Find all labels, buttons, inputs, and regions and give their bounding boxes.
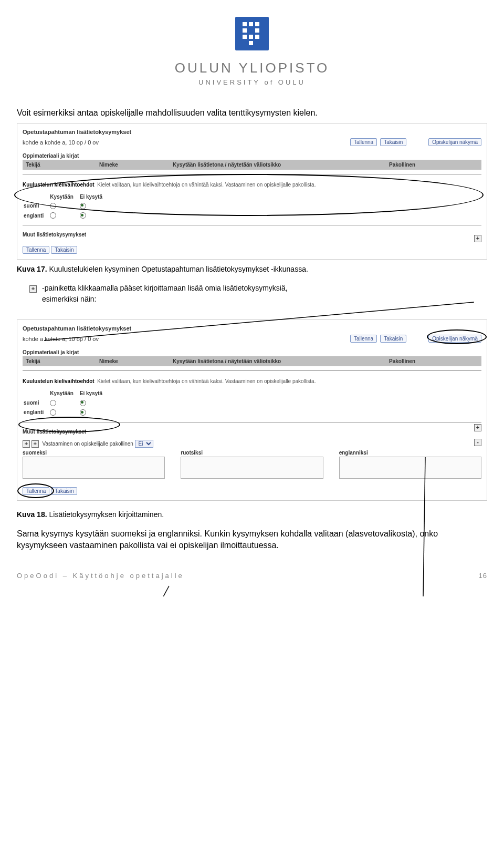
- lbl-ruotsiksi: ruotsiksi: [181, 450, 323, 457]
- figure-caption-17: Kuva 17. Kuulustelukielen kysyminen Opet…: [17, 265, 487, 273]
- textarea-suomeksi[interactable]: [23, 457, 165, 479]
- kuulu-note-text-2: Kielet valitaan, kun kielivaihtoehtoja o…: [97, 378, 316, 384]
- th-nimeke-2: Nimeke: [99, 358, 173, 364]
- radio-suomi-kysytaan-2[interactable]: [50, 400, 56, 406]
- lang-row-suomi: suomi: [24, 202, 49, 210]
- kuulu-label: Kuulustelun kielivaihtoehdot: [23, 182, 94, 188]
- kuulu-note-text: Kielet valitaan, kun kielivaihtoehtoja o…: [97, 182, 316, 188]
- plus-icon-inline: +: [29, 285, 37, 293]
- radio-eng-eikysyta-2[interactable]: [80, 409, 86, 416]
- hdr-eikysyta: Ei kysytä: [80, 193, 108, 201]
- kuulustelu-note-2: Kuulustelun kielivaihtoehdot Kielet vali…: [23, 375, 481, 386]
- th-tekija-2: Tekijä: [26, 358, 99, 364]
- muut-lisatieto-label-2: Muut lisätietokysymykset: [23, 427, 481, 436]
- plus-small-a[interactable]: +: [23, 440, 30, 448]
- th-pakollinen-2: Pakollinen: [389, 358, 478, 364]
- plus-paragraph: + -painiketta klikkaamalla pääset kirjoi…: [17, 283, 487, 305]
- hdr-kysytaan-2: Kysytään: [50, 389, 78, 397]
- table-header-row: Tekijä Nimeke Kysytään lisätietona / näy…: [23, 160, 481, 170]
- lang-row-englanti-2: englanti: [24, 408, 49, 417]
- shot2-heading: Opetustapahtuman lisätietokysymykset: [23, 324, 481, 336]
- radio-eng-eikysyta[interactable]: [80, 212, 86, 219]
- shot2-sub-text: kohde a kohde a, 10 op / 0 ov: [23, 336, 99, 342]
- radio-suomi-kysytaan[interactable]: [50, 203, 56, 209]
- opiskelijan-nakyma-button-2[interactable]: Opiskelijan näkymä: [428, 335, 481, 343]
- shot1-sub-text: kohde a kohde a, 10 op / 0 ov: [23, 139, 99, 146]
- svg-line-1: [111, 586, 169, 596]
- tallenna-button-bottom[interactable]: Tallenna: [23, 246, 49, 254]
- th-pakollinen: Pakollinen: [389, 162, 478, 168]
- textarea-ruotsiksi[interactable]: [181, 457, 323, 479]
- oppimateriaali-label-2: Oppimateriaali ja kirjat: [23, 347, 481, 356]
- intro-paragraph: Voit esimerkiksi antaa opiskelijalle mah…: [17, 107, 487, 119]
- oppimateriaali-label: Oppimateriaali ja kirjat: [23, 151, 481, 160]
- logo-mark: [235, 17, 269, 50]
- caption17-label: Kuva 17.: [17, 265, 47, 273]
- hdr-eikysyta-2: Ei kysytä: [80, 389, 108, 397]
- plus-button[interactable]: +: [474, 235, 481, 242]
- kuulustelu-note: Kuulustelun kielivaihtoehdot Kielet vali…: [23, 179, 481, 190]
- language-radio-table-2: Kysytään Ei kysytä suomi englanti: [23, 388, 109, 418]
- takaisin-button[interactable]: Takaisin: [380, 138, 406, 146]
- th-tekija: Tekijä: [26, 162, 99, 168]
- th-kysytaan-2: Kysytään lisätietona / näytetään väliots…: [173, 358, 389, 364]
- shot1-heading: Opetustapahtuman lisätietokysymykset: [23, 128, 481, 139]
- lang-row-englanti: englanti: [24, 211, 49, 220]
- hdr-kysytaan: Kysytään: [50, 193, 78, 201]
- kuulu-label-2: Kuulustelun kielivaihtoehdot: [23, 378, 94, 384]
- plus-para-line2: esimerkiksi näin:: [42, 294, 288, 305]
- language-radio-table: Kysytään Ei kysytä suomi englanti: [23, 192, 109, 221]
- minus-button-2[interactable]: -: [474, 439, 481, 446]
- figure-caption-18: Kuva 18. Lisätietokysymyksen kirjoittami…: [17, 510, 487, 519]
- closing-paragraph: Sama kysymys kysytään suomeksi ja englan…: [17, 528, 487, 551]
- logo-subtitle: UNIVERSITY of OULU: [17, 78, 487, 86]
- lbl-suomeksi: suomeksi: [23, 450, 165, 457]
- caption18-label: Kuva 18.: [17, 510, 47, 519]
- footer-left: OpeOodi – Käyttöohje opettajalle: [17, 572, 184, 580]
- muut-lisatieto-label: Muut lisätietokysymykset: [23, 230, 481, 239]
- radio-eng-kysytaan[interactable]: [50, 212, 56, 219]
- tallenna-button-2[interactable]: Tallenna: [350, 335, 377, 343]
- lbl-englanniksi: englanniksi: [339, 450, 481, 457]
- vast-line: Vastaaminen on opiskelijalle pakollinen: [40, 441, 133, 447]
- table-header-row-2: Tekijä Nimeke Kysytään lisätietona / näy…: [23, 356, 481, 366]
- radio-eng-kysytaan-2[interactable]: [50, 409, 56, 416]
- radio-suomi-eikysyta[interactable]: [80, 203, 86, 209]
- lang-row-suomi-2: suomi: [24, 398, 49, 407]
- tallenna-button-2b[interactable]: Tallenna: [23, 487, 49, 495]
- takaisin-button-2[interactable]: Takaisin: [380, 335, 406, 343]
- th-nimeke: Nimeke: [99, 162, 173, 168]
- plus-small-b[interactable]: +: [32, 440, 39, 448]
- page-number: 16: [479, 572, 487, 580]
- textarea-englanniksi[interactable]: [339, 457, 481, 479]
- page-footer: OpeOodi – Käyttöohje opettajalle 16: [17, 572, 487, 580]
- th-kysytaan: Kysytään lisätietona / näytetään väliots…: [173, 162, 389, 168]
- takaisin-button-2b[interactable]: Takaisin: [51, 487, 77, 495]
- caption18-text: Lisätietokysymyksen kirjoittaminen.: [47, 510, 164, 519]
- caption17-text: Kuulustelukielen kysyminen Opetustapahtu…: [47, 265, 308, 273]
- radio-suomi-eikysyta-2[interactable]: [80, 400, 86, 406]
- screenshot-1: Opetustapahtuman lisätietokysymykset koh…: [17, 123, 487, 260]
- tallenna-button[interactable]: Tallenna: [350, 138, 377, 146]
- pakollinen-select[interactable]: Ei: [135, 440, 153, 448]
- university-logo-block: OULUN YLIOPISTO UNIVERSITY of OULU: [17, 17, 487, 86]
- plus-para-line1: -painiketta klikkaamalla pääset kirjoitt…: [42, 283, 288, 294]
- screenshot-2: Opetustapahtuman lisätietokysymykset koh…: [17, 319, 487, 501]
- takaisin-button-bottom[interactable]: Takaisin: [51, 246, 77, 254]
- opiskelijan-nakyma-button[interactable]: Opiskelijan näkymä: [428, 138, 481, 146]
- logo-title: OULUN YLIOPISTO: [17, 60, 487, 76]
- plus-button-2a[interactable]: +: [474, 424, 481, 431]
